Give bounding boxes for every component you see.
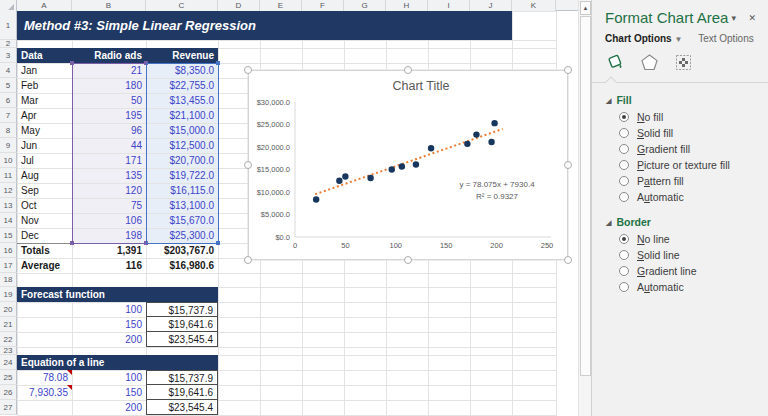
column-header-b[interactable]: B xyxy=(72,0,146,11)
row-header-27[interactable]: 27 xyxy=(0,400,17,415)
cell-b10[interactable]: 171 xyxy=(72,153,146,168)
cell-c8[interactable]: $15,000.0 xyxy=(146,123,218,138)
fill-line-bucket-icon[interactable] xyxy=(605,52,625,76)
radio-selected[interactable] xyxy=(619,112,629,122)
radio-unselected[interactable] xyxy=(619,250,629,260)
cell-c21[interactable]: $19,641.6 xyxy=(146,317,218,332)
row-header-9[interactable]: 9 xyxy=(0,138,17,153)
y-tick-label[interactable]: $25,000.0 xyxy=(257,120,290,129)
pane-close-icon[interactable]: ✕ xyxy=(748,13,756,23)
cell-c20[interactable]: $15,737.9 xyxy=(146,302,218,317)
pane-menu-icon[interactable]: ▾ xyxy=(731,13,736,23)
chart-resize-handle[interactable] xyxy=(245,257,252,264)
row-header-3[interactable]: 3 xyxy=(0,48,17,63)
column-header-d[interactable]: D xyxy=(218,0,260,11)
cell-b26[interactable]: 150 xyxy=(72,385,146,400)
cell-b5[interactable]: 180 xyxy=(72,78,146,93)
section-header-fill[interactable]: ◢Fill xyxy=(592,83,768,109)
cell-a3[interactable]: Data xyxy=(17,48,72,63)
y-tick-label[interactable]: $5,000.0 xyxy=(261,210,290,219)
size-properties-icon[interactable] xyxy=(674,53,693,76)
row-header-24[interactable]: 24 xyxy=(0,355,17,370)
cell-c11[interactable]: $19,722.0 xyxy=(146,168,218,183)
x-tick-label[interactable]: 100 xyxy=(390,241,403,250)
cell-a10[interactable]: Jul xyxy=(17,153,72,168)
cell-b16[interactable]: 1,391 xyxy=(72,243,146,258)
cell-b3[interactable]: Radio ads xyxy=(72,48,146,63)
x-tick-label[interactable]: 200 xyxy=(490,241,503,250)
option-no-line[interactable]: No line xyxy=(592,231,768,247)
row-header-12[interactable]: 12 xyxy=(0,183,17,198)
chart-resize-handle[interactable] xyxy=(405,67,412,74)
vertical-scrollbar[interactable]: ▲ xyxy=(578,0,591,416)
row-header-22[interactable]: 22 xyxy=(0,332,17,347)
row-header-25[interactable]: 25 xyxy=(0,370,17,385)
cell-c4[interactable]: $8,350.0 xyxy=(146,63,218,78)
y-tick-label[interactable]: $10,000.0 xyxy=(257,188,290,197)
equation-header-cell[interactable]: Equation of a line xyxy=(17,355,218,370)
cell-a9[interactable]: Jun xyxy=(17,138,72,153)
data-point[interactable] xyxy=(313,196,319,202)
range-resize-handle[interactable] xyxy=(70,241,74,245)
x-tick-label[interactable]: 0 xyxy=(293,241,297,250)
cell-a4[interactable]: Jan xyxy=(17,63,72,78)
cell-a7[interactable]: Apr xyxy=(17,108,72,123)
column-header-h[interactable]: H xyxy=(386,0,428,11)
range-resize-handle[interactable] xyxy=(144,61,148,65)
data-point[interactable] xyxy=(464,141,470,147)
y-tick-label[interactable]: $30,000.0 xyxy=(257,98,290,107)
option-picture-or-texture-fill[interactable]: Picture or texture fill xyxy=(592,157,768,173)
row-header-16[interactable]: 16 xyxy=(0,243,17,258)
x-tick-label[interactable]: 250 xyxy=(541,241,554,250)
range-resize-handle[interactable] xyxy=(70,61,74,65)
cell-b15[interactable]: 198 xyxy=(72,228,146,243)
row-header-17[interactable]: 17 xyxy=(0,258,17,273)
data-point[interactable] xyxy=(428,145,434,151)
option-automatic[interactable]: Automatic xyxy=(592,189,768,205)
spreadsheet-grid[interactable]: ABCDEFGHIJK 1234567891011121314151617181… xyxy=(0,0,578,416)
section-header-border[interactable]: ◢Border xyxy=(592,205,768,231)
radio-unselected[interactable] xyxy=(619,192,629,202)
cell-b7[interactable]: 195 xyxy=(72,108,146,123)
data-point[interactable] xyxy=(389,166,395,172)
chart-title[interactable]: Chart Title xyxy=(393,79,450,93)
cell-b11[interactable]: 135 xyxy=(72,168,146,183)
cell-a12[interactable]: Sep xyxy=(17,183,72,198)
tab-text-options[interactable]: Text Options xyxy=(698,33,754,44)
cell-a11[interactable]: Aug xyxy=(17,168,72,183)
cell-a13[interactable]: Oct xyxy=(17,198,72,213)
effects-pentagon-icon[interactable] xyxy=(640,53,659,76)
chart-resize-handle[interactable] xyxy=(565,257,572,264)
column-header-g[interactable]: G xyxy=(344,0,386,11)
cell-c22[interactable]: $23,545.4 xyxy=(146,332,218,347)
row-header-8[interactable]: 8 xyxy=(0,123,17,138)
radio-selected[interactable] xyxy=(619,234,629,244)
cell-c6[interactable]: $13,455.0 xyxy=(146,93,218,108)
y-tick-label[interactable]: $20,000.0 xyxy=(257,143,290,152)
cell-b17[interactable]: 116 xyxy=(72,258,146,273)
tab-chart-options[interactable]: Chart Options ▼ xyxy=(605,33,682,44)
cell-a16[interactable]: Totals xyxy=(17,243,72,258)
select-all-corner[interactable] xyxy=(0,0,17,11)
cell-c13[interactable]: $13,100.0 xyxy=(146,198,218,213)
option-solid-fill[interactable]: Solid fill xyxy=(592,125,768,141)
cell-c27[interactable]: $23,545.4 xyxy=(146,400,218,415)
row-header-13[interactable]: 13 xyxy=(0,198,17,213)
row-header-6[interactable]: 6 xyxy=(0,93,17,108)
column-header-i[interactable]: I xyxy=(428,0,470,11)
radio-unselected[interactable] xyxy=(619,144,629,154)
x-tick-label[interactable]: 50 xyxy=(341,241,349,250)
cell-a25[interactable]: 78.08 xyxy=(17,370,72,385)
chart-resize-handle[interactable] xyxy=(405,257,412,264)
row-header-11[interactable]: 11 xyxy=(0,168,17,183)
radio-unselected[interactable] xyxy=(619,176,629,186)
cell-a6[interactable]: Mar xyxy=(17,93,72,108)
cell-a17[interactable]: Average xyxy=(17,258,72,273)
cell-b27[interactable]: 200 xyxy=(72,400,146,415)
row-header-4[interactable]: 4 xyxy=(0,63,17,78)
column-header-f[interactable]: F xyxy=(302,0,344,11)
cell-b22[interactable]: 200 xyxy=(72,332,146,347)
chart-area-background[interactable] xyxy=(248,70,568,260)
cell-c5[interactable]: $22,755.0 xyxy=(146,78,218,93)
data-point[interactable] xyxy=(336,178,342,184)
